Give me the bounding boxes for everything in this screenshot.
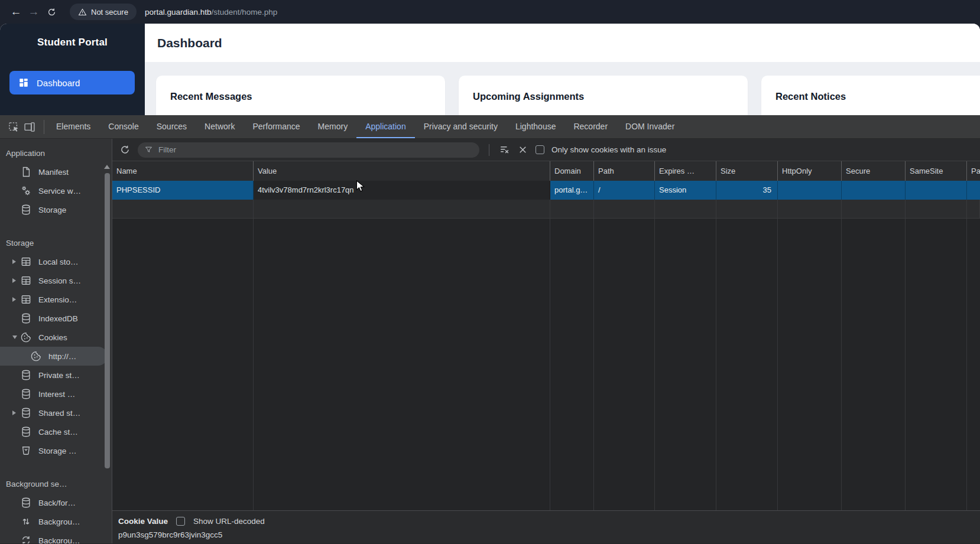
column-header-domain[interactable]: Domain: [550, 161, 594, 181]
cookie-icon: [30, 350, 42, 362]
column-header-samesite[interactable]: SameSite: [906, 161, 967, 181]
item-label: http://…: [48, 352, 76, 361]
circular-arrows-icon: [20, 535, 32, 543]
tabbar-divider: [44, 120, 44, 134]
refresh-icon[interactable]: [119, 144, 131, 155]
tab-sources[interactable]: Sources: [148, 115, 196, 138]
sidebar-item-cookies[interactable]: Cookies: [0, 328, 112, 347]
section-title-application: Application: [0, 145, 112, 162]
sidebar-item-storage[interactable]: Storage: [0, 200, 112, 219]
cell-secure[interactable]: [842, 181, 906, 200]
chevron-right-icon[interactable]: [12, 297, 20, 302]
sidebar-item-storage-buckets[interactable]: Storage …: [0, 441, 112, 460]
tab-recorder[interactable]: Recorder: [564, 115, 616, 138]
tab-performance[interactable]: Performance: [244, 115, 309, 138]
gears-icon: [20, 185, 32, 197]
item-label: Cache st…: [38, 428, 78, 436]
sidebar-item-session-storage[interactable]: Session s…: [0, 271, 112, 290]
column-header-expires[interactable]: Expires …: [655, 161, 716, 181]
scrollbar-up-arrow[interactable]: [104, 165, 110, 169]
forward-button[interactable]: →: [25, 3, 43, 21]
item-label: Service w…: [38, 187, 81, 196]
dashboard-grid-icon: [18, 77, 29, 88]
cell-value[interactable]: 4tvilv3v78md7rn2krl3rc17qn: [254, 181, 550, 200]
cell-httponly[interactable]: [778, 181, 842, 200]
sidebar-item-service-workers[interactable]: Service w…: [0, 181, 112, 200]
column-header-secure[interactable]: Secure: [842, 161, 906, 181]
sidebar-item-interest-groups[interactable]: Interest …: [0, 385, 112, 403]
tab-lighthouse[interactable]: Lighthouse: [507, 115, 565, 138]
column-header-value[interactable]: Value: [254, 161, 550, 181]
portal-sidebar: Student Portal Dashboard My Courses: [0, 24, 145, 115]
sidebar-item-cache-storage[interactable]: Cache st…: [0, 422, 112, 441]
cookie-row-selected[interactable]: PHPSESSID 4tvilv3v78md7rn2krl3rc17qn por…: [112, 181, 980, 200]
sidebar-item-background-sync[interactable]: Backgrou…: [0, 531, 112, 543]
cell-size[interactable]: 35: [716, 181, 778, 200]
sidebar-item-private-state-tokens[interactable]: Private st…: [0, 366, 112, 385]
only-issues-label[interactable]: Only show cookies with an issue: [551, 145, 666, 154]
tab-dom-invader[interactable]: DOM Invader: [616, 115, 683, 138]
cell-samesite[interactable]: [906, 181, 967, 200]
cookie-row-empty[interactable]: [112, 200, 980, 219]
chevron-right-icon[interactable]: [12, 259, 20, 264]
up-down-arrows-icon: [20, 516, 32, 527]
preview-cookie-value: p9un3sg579brc9r63jvin3gcc5: [118, 530, 980, 539]
back-button[interactable]: ←: [7, 3, 25, 21]
tab-privacy-and-security[interactable]: Privacy and security: [415, 115, 507, 138]
cell-domain[interactable]: portal.g…: [550, 181, 594, 200]
tab-network[interactable]: Network: [196, 115, 244, 138]
sidebar-item-local-storage[interactable]: Local sto…: [0, 252, 112, 271]
tab-application[interactable]: Application: [356, 115, 415, 138]
reload-button[interactable]: [43, 3, 60, 21]
show-url-decoded-label[interactable]: Show URL-decoded: [193, 517, 265, 526]
sidebar-item-cookies-origin[interactable]: http://…: [0, 347, 108, 366]
browser-toolbar: ← → Not secure portal.guardian.htb/stude…: [0, 0, 980, 24]
sidebar-item-back-forward-cache[interactable]: Back/for…: [0, 493, 112, 512]
sidebar-item-manifest[interactable]: Manifest: [0, 162, 112, 181]
column-header-path[interactable]: Path: [594, 161, 655, 181]
cell-path[interactable]: /: [594, 181, 655, 200]
tab-console[interactable]: Console: [99, 115, 147, 138]
page-header: Dashboard: [145, 24, 980, 62]
item-label: Storage …: [38, 447, 77, 455]
cell-name[interactable]: PHPSESSID: [112, 181, 254, 200]
cookies-panel: Filter Only show cookies with an issue N…: [112, 139, 980, 543]
chevron-down-icon[interactable]: [12, 335, 20, 339]
sidebar-item-indexeddb[interactable]: IndexedDB: [0, 309, 112, 328]
column-header-size[interactable]: Size: [716, 161, 778, 181]
sidebar-scrollbar[interactable]: [105, 173, 110, 468]
device-toolbar-icon[interactable]: [24, 121, 35, 133]
url-path: /student/home.php: [211, 8, 277, 17]
filter-input[interactable]: Filter: [138, 142, 479, 158]
chevron-right-icon[interactable]: [12, 411, 20, 415]
chevron-right-icon[interactable]: [12, 278, 20, 283]
sidebar-item-shared-storage[interactable]: Shared st…: [0, 403, 112, 422]
database-icon: [20, 204, 32, 216]
item-label: Private st…: [38, 371, 80, 380]
show-url-decoded-checkbox[interactable]: [176, 517, 185, 526]
column-header-partition-key[interactable]: Pa: [967, 161, 980, 181]
cell-expires[interactable]: Session: [655, 181, 716, 200]
column-header-httponly[interactable]: HttpOnly: [778, 161, 842, 181]
table-icon: [20, 294, 32, 305]
url-host: portal.guardian.htb: [145, 8, 212, 17]
delete-all-cookies-icon[interactable]: [517, 144, 528, 155]
item-label: Backgrou…: [38, 517, 80, 526]
tab-elements[interactable]: Elements: [47, 115, 99, 138]
security-chip[interactable]: Not secure: [70, 4, 137, 20]
bucket-icon: [20, 445, 32, 457]
sidebar-item-background-fetch[interactable]: Backgrou…: [0, 512, 112, 531]
sidebar-item-extension-storage[interactable]: Extensio…: [0, 290, 112, 309]
database-icon: [20, 497, 32, 509]
sidebar-item-dashboard[interactable]: Dashboard: [9, 71, 135, 95]
clear-filter-icon[interactable]: [499, 144, 510, 155]
cell-partition-key[interactable]: [967, 181, 980, 200]
column-header-name[interactable]: Name: [112, 161, 254, 181]
inspect-element-icon[interactable]: [8, 121, 20, 133]
address-bar[interactable]: portal.guardian.htb/student/home.php: [145, 8, 277, 17]
only-issues-checkbox[interactable]: [536, 145, 544, 154]
item-label: Extensio…: [38, 295, 77, 304]
database-icon: [20, 426, 32, 438]
item-label: Back/for…: [38, 499, 76, 507]
tab-memory[interactable]: Memory: [309, 115, 357, 138]
